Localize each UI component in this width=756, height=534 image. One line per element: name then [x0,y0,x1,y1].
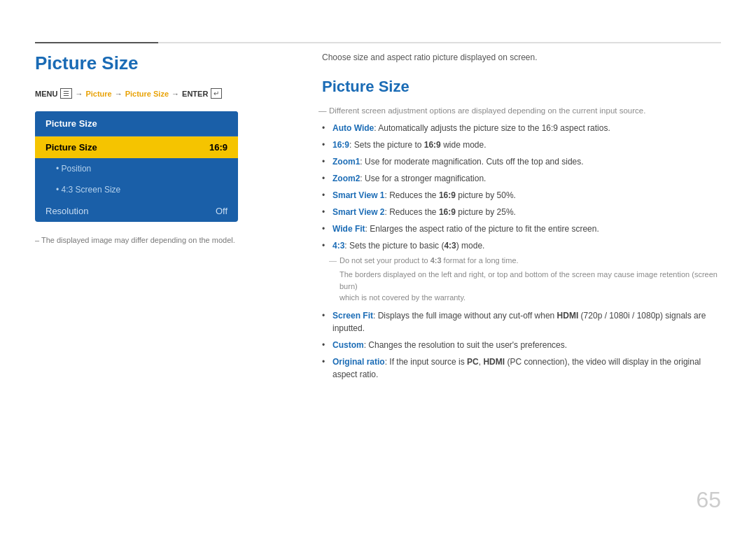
enter-icon: ↵ [211,88,222,99]
menu-picture: Picture [85,90,111,98]
list-item-16-9: 16:9: Sets the picture to 16:9 wide mode… [322,139,721,151]
menu-label: MENU [35,90,57,98]
term: Original ratio [332,357,385,367]
menu-item-resolution[interactable]: Resolution Off [35,200,238,222]
list-item-screen-fit: Screen Fit: Displays the full image with… [322,309,721,335]
menu-item-value: 16:9 [209,142,227,153]
desc: : Sets the picture to basic (4:3) mode. [344,241,484,251]
feature-list-2: Screen Fit: Displays the full image with… [322,309,721,381]
menu-icon: ☰ [60,88,72,99]
arrow-1: → [75,90,83,98]
list-item-original-ratio: Original ratio: If the input source is P… [322,356,721,381]
term: Screen Fit [332,311,373,321]
right-title: Picture Size [322,78,721,96]
term: Zoom2 [332,174,360,183]
list-item-smart-view-1: Smart View 1: Reduces the 16:9 picture b… [322,189,721,202]
menu-item-label: Resolution [46,206,88,216]
menu-item-label: • 4:3 Screen Size [56,185,120,195]
top-divider [35,42,721,43]
right-panel: Choose size and aspect ratio picture dis… [322,52,721,385]
left-panel: Picture Size MENU ☰ → Picture → Picture … [35,52,287,244]
warning-note-2: The borders displayed on the left and ri… [340,269,721,304]
list-item-auto-wide: Auto Wide: Automatically adjusts the pic… [322,122,721,134]
intro-text: Choose size and aspect ratio picture dis… [322,52,721,62]
desc: : Reduces the 16:9 picture by 25%. [384,207,515,217]
list-item-zoom1: Zoom1: Use for moderate magnification. C… [322,155,721,168]
menu-item-position[interactable]: • Position [35,158,238,179]
term: Custom [332,340,364,350]
term: Zoom1 [332,157,360,167]
desc: : If the input source is PC, HDMI (PC co… [332,357,701,379]
list-item-wide-fit: Wide Fit: Enlarges the aspect ratio of t… [322,223,721,235]
term: Smart View 2 [332,207,384,217]
desc: : Changes the resolution to suit the use… [364,340,567,350]
term: Wide Fit [332,224,365,234]
menu-item-label: • Position [56,164,91,174]
list-item-smart-view-2: Smart View 2: Reduces the 16:9 picture b… [322,206,721,218]
list-item-4-3: 4:3: Sets the picture to basic (4:3) mod… [322,239,721,252]
menu-item-resolution-value: Off [216,206,227,216]
term: Auto Wide [332,123,374,133]
feature-list: Auto Wide: Automatically adjusts the pic… [322,122,721,252]
list-item-custom: Custom: Changes the resolution to suit t… [322,339,721,351]
menu-path: MENU ☰ → Picture → Picture Size → ENTER … [35,88,287,99]
left-note: – The displayed image may differ dependi… [35,236,287,244]
term: Smart View 1 [332,190,384,200]
menu-item-label: Picture Size [46,142,97,153]
page-title: Picture Size [35,52,287,74]
menu-box: Picture Size Picture Size 16:9 • Positio… [35,111,238,222]
desc: : Use for moderate magnification. Cuts o… [360,157,583,167]
desc: : Enlarges the aspect ratio of the pictu… [365,224,599,234]
term: 4:3 [332,241,344,251]
list-item-zoom2: Zoom2: Use for a stronger magnification. [322,172,721,185]
menu-item-picture-size[interactable]: Picture Size 16:9 [35,136,238,158]
desc: : Use for a stronger magnification. [360,174,486,183]
menu-box-header: Picture Size [35,111,238,136]
menu-item-screen-size[interactable]: • 4:3 Screen Size [35,179,238,200]
desc: : Sets the picture to 16:9 wide mode. [349,140,486,150]
term: 16:9 [332,140,349,150]
arrow-3: → [172,90,179,98]
menu-picture-size: Picture Size [125,90,169,98]
page-number: 65 [696,487,721,513]
input-source-note: Different screen adjustment options are … [322,106,721,115]
arrow-2: → [115,90,122,98]
warning-note-1: Do not set your product to 4:3 format fo… [332,256,721,265]
desc: : Reduces the 16:9 picture by 50%. [384,190,515,200]
enter-label: ENTER [182,90,208,98]
desc: : Displays the full image without any cu… [332,311,706,333]
desc: : Automatically adjusts the picture size… [374,123,610,133]
